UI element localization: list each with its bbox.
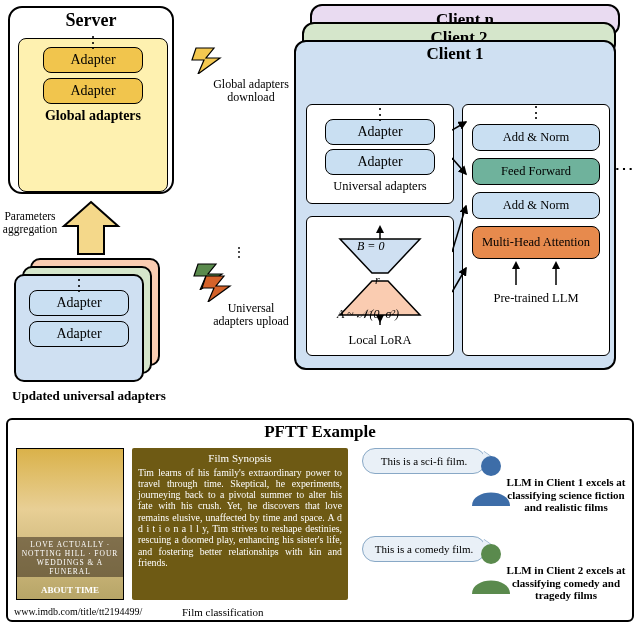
adapter-chip: Adapter	[43, 78, 143, 104]
svg-marker-3	[202, 276, 230, 302]
poster-tagline: LOVE ACTUALLY · NOTTING HILL · FOUR WEDD…	[17, 537, 123, 577]
svg-line-16	[452, 206, 466, 252]
lightning-bolt-icon	[190, 46, 224, 74]
lora-r-label: r	[375, 273, 380, 288]
svg-marker-0	[64, 202, 118, 254]
connector-arrows-icon	[452, 112, 468, 342]
client-1-panel: Client 1 ⋮ Adapter Adapter Universal ada…	[294, 40, 616, 370]
movie-poster: LOVE ACTUALLY · NOTTING HILL · FOUR WEDD…	[16, 448, 124, 600]
server-title: Server	[10, 8, 172, 33]
global-download-label: Global adapters download	[212, 78, 290, 104]
svg-point-18	[481, 456, 501, 476]
svg-marker-13	[552, 261, 560, 269]
vdots-icon: ⋮	[16, 282, 142, 290]
vdots-icon: ⋮	[232, 244, 246, 261]
global-adapters-box: ⋮ Adapter Adapter Global adapters	[18, 38, 168, 192]
addnorm-block: Add & Norm	[472, 192, 600, 219]
feedforward-block: Feed Forward	[472, 158, 600, 185]
svg-marker-7	[376, 225, 384, 233]
vdots-icon: ⋮	[19, 39, 167, 47]
updated-stack-front: ⋮ Adapter Adapter	[14, 274, 144, 382]
svg-marker-1	[192, 48, 220, 74]
example-title: PFTT Example	[8, 420, 632, 442]
adapter-chip: Adapter	[29, 321, 129, 347]
lora-A-label: A ~ 𝒩 (0, σ²)	[337, 307, 399, 322]
aggregation-arrow-icon	[58, 200, 124, 258]
film-classification-label: Film classification	[182, 606, 264, 618]
film-synopsis-box: Film Synopsis Tim learns of his family's…	[132, 448, 348, 600]
local-lora-box: B = 0 r A ~ 𝒩 (0, σ²) Local LoRA	[306, 216, 454, 356]
svg-line-14	[452, 122, 466, 130]
adapter-chip: Adapter	[325, 149, 435, 175]
addnorm-block: Add & Norm	[472, 124, 600, 151]
svg-line-17	[452, 268, 466, 292]
svg-marker-11	[512, 261, 520, 269]
pftt-example-panel: PFTT Example LOVE ACTUALLY · NOTTING HIL…	[6, 418, 634, 622]
vdots-icon: ⋮	[307, 111, 453, 119]
svg-line-15	[452, 158, 466, 174]
input-arrows-icon	[472, 259, 600, 287]
universal-upload-label: Universal adapters upload	[212, 302, 290, 328]
local-lora-label: Local LoRA	[307, 333, 453, 348]
synopsis-body: Tim learns of his family's extraordinary…	[138, 467, 342, 568]
universal-adapters-label: Universal adapters	[307, 179, 453, 194]
pretrained-llm-label: Pre-trained LLM	[463, 291, 609, 306]
synopsis-head: Film Synopsis	[138, 452, 342, 465]
poster-source-url: www.imdb.com/title/tt2194499/	[14, 606, 142, 617]
mha-block: Multi-Head Attention	[472, 226, 600, 259]
updated-adapters-label: Updated universal adapters	[6, 388, 172, 404]
client1-excel-text: LLM in Client 1 excels at classifying sc…	[506, 476, 626, 514]
client2-excel-text: LLM in Client 2 excels at classifying co…	[506, 564, 626, 602]
params-aggregation-label: Parameters aggregation	[2, 210, 58, 235]
server-panel: Server ⋮ Adapter Adapter Global adapters	[8, 6, 174, 194]
lora-B-label: B = 0	[357, 239, 384, 254]
universal-adapters-box: ⋮ Adapter Adapter Universal adapters	[306, 104, 454, 204]
poster-name: ABOUT TIME	[17, 585, 123, 595]
vdots-icon: ⋮	[463, 109, 609, 117]
lightning-bolt-icon	[200, 274, 234, 302]
svg-point-19	[481, 544, 501, 564]
client-1-title: Client 1	[296, 42, 614, 64]
global-adapters-label: Global adapters	[19, 108, 167, 124]
pretrained-llm-box: ⋮ Add & Norm Feed Forward Add & Norm Mul…	[462, 104, 610, 356]
hdots-icon: ⋯	[614, 156, 636, 180]
